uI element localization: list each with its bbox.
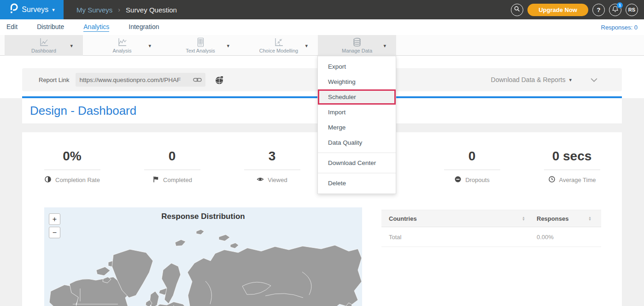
tab-manage-data[interactable]: Manage Data ▾ — [318, 35, 396, 56]
globe-lock-icon[interactable] — [215, 75, 224, 85]
tab-dashboard[interactable]: Dashboard ▾ — [5, 35, 83, 56]
world-map[interactable] — [44, 226, 362, 306]
stat-label: Dropouts — [465, 177, 490, 183]
tab-text-analysis[interactable]: Text Analysis ▾ — [161, 35, 240, 56]
nav-item-edit[interactable]: Edit — [6, 23, 18, 31]
eye-icon — [257, 176, 264, 184]
tab-label: Dashboard — [31, 48, 56, 53]
menu-item-export[interactable]: Export — [318, 59, 396, 74]
countries-table: Countries ▲▼ Responses ▲▼ Total 0.00% — [381, 210, 601, 247]
brand-label: Surveys — [22, 6, 48, 14]
download-data-reports-dropdown[interactable]: Download Data & Reports — [491, 76, 566, 83]
questionpro-logo-icon — [9, 3, 18, 16]
minus-circle-icon — [454, 176, 462, 184]
tab-choice-modelling[interactable]: Choice Modelling ▾ — [240, 35, 318, 56]
text-document-icon — [195, 37, 205, 47]
column-header-countries[interactable]: Countries — [381, 215, 522, 222]
analysis-chart-icon — [117, 37, 127, 47]
top-navbar: Surveys ▾ My Surveys › Survey Question U… — [0, 0, 644, 19]
menu-divider — [318, 173, 396, 173]
stat-completion-rate: 0% Completion Rate — [22, 149, 122, 184]
report-url-field[interactable]: https://www.questionpro.com/t/PHAF — [76, 73, 205, 87]
database-icon — [352, 37, 362, 47]
sort-icon[interactable]: ▲▼ — [588, 216, 591, 221]
breadcrumb: My Surveys › Survey Question — [76, 6, 177, 14]
menu-divider — [318, 153, 396, 153]
section-nav: Edit Distribute Analytics Integration Re… — [0, 19, 644, 35]
chevron-down-icon[interactable]: ▾ — [148, 42, 151, 48]
response-distribution-map: Response Distribution — [44, 207, 362, 306]
stat-label: Viewed — [268, 177, 287, 183]
nav-item-analytics[interactable]: Analytics — [83, 23, 109, 32]
stat-average-time: 0 secs Average Time — [522, 149, 622, 184]
flag-icon — [152, 176, 159, 184]
avatar[interactable]: RS — [626, 4, 638, 16]
chevron-down-icon[interactable]: ▾ — [305, 42, 308, 48]
navbar-actions: Upgrade Now ? 1 RS — [511, 4, 644, 16]
notification-badge: 1 — [617, 2, 623, 8]
stat-dropouts: 0 Dropouts — [422, 149, 522, 184]
avatar-initials: RS — [628, 7, 635, 12]
zoom-in-button[interactable]: + — [49, 213, 60, 225]
surveys-menu-button[interactable]: Surveys ▾ — [0, 0, 64, 19]
zoom-out-button[interactable]: − — [49, 227, 60, 238]
chevron-down-icon[interactable]: ▾ — [383, 42, 386, 48]
table-row: Total 0.00% — [381, 227, 601, 247]
row-responses: 0.00% — [537, 234, 588, 241]
sort-icon[interactable]: ▲▼ — [522, 216, 537, 221]
chevron-down-icon[interactable]: ▾ — [227, 42, 229, 48]
stat-value: 0 — [422, 149, 522, 164]
responses-count: Responses: 0 — [601, 24, 638, 31]
contrast-icon — [44, 176, 52, 184]
search-icon — [514, 6, 521, 14]
map-zoom-controls: + − — [49, 213, 60, 238]
clock-icon — [548, 176, 556, 184]
tab-label: Manage Data — [342, 48, 372, 53]
stat-label: Average Time — [559, 177, 596, 183]
notifications-button[interactable]: 1 — [609, 4, 621, 16]
search-button[interactable] — [511, 4, 523, 16]
tab-label: Choice Modelling — [259, 48, 298, 53]
nav-item-integration[interactable]: Integration — [129, 23, 159, 31]
column-header-responses[interactable]: Responses — [537, 215, 588, 222]
help-button[interactable]: ? — [592, 4, 605, 16]
question-mark-icon: ? — [597, 6, 601, 13]
menu-item-import[interactable]: Import — [318, 105, 396, 120]
menu-item-data-quality[interactable]: Data Quality — [318, 135, 396, 150]
line-chart-icon — [39, 37, 49, 47]
countries-table-header: Countries ▲▼ Responses ▲▼ — [381, 210, 601, 227]
menu-item-weighting[interactable]: Weighting — [318, 74, 396, 89]
stat-value: 0 — [122, 149, 222, 164]
chevron-down-icon: ▾ — [52, 7, 55, 13]
analytics-toolbar: Dashboard ▾ Analysis ▾ Text Analysis ▾ — [0, 35, 644, 56]
breadcrumb-current: Survey Question — [126, 6, 177, 14]
menu-item-scheduler[interactable]: Scheduler — [318, 89, 396, 105]
row-country: Total — [381, 234, 522, 241]
nav-item-distribute[interactable]: Distribute — [37, 23, 64, 31]
tab-label: Text Analysis — [186, 48, 215, 53]
scatter-chart-icon — [274, 37, 284, 47]
report-link-label: Report Link — [39, 76, 69, 83]
menu-item-delete[interactable]: Delete — [318, 176, 396, 191]
stat-label: Completion Rate — [55, 177, 100, 183]
breadcrumb-my-surveys[interactable]: My Surveys — [76, 6, 112, 14]
stat-label: Completed — [163, 177, 192, 183]
stat-value: 0 secs — [522, 149, 622, 164]
stat-value: 3 — [222, 149, 322, 164]
link-icon[interactable] — [193, 77, 202, 83]
manage-data-menu: Export Weighting Scheduler Import Merge … — [317, 56, 396, 194]
map-title: Response Distribution — [44, 212, 362, 221]
tab-label: Analysis — [113, 48, 132, 53]
report-url-value: https://www.questionpro.com/t/PHAF — [79, 76, 193, 83]
breadcrumb-separator: › — [118, 6, 120, 13]
stat-value: 0% — [22, 149, 122, 164]
chevron-down-icon[interactable]: ▾ — [569, 77, 572, 83]
chevron-down-icon[interactable]: ▾ — [70, 42, 73, 48]
menu-item-download-center[interactable]: Download Center — [318, 155, 396, 171]
tab-analysis[interactable]: Analysis ▾ — [83, 35, 161, 56]
report-bar-right: Download Data & Reports ▾ — [491, 76, 598, 83]
app-root: Surveys ▾ My Surveys › Survey Question U… — [0, 0, 644, 306]
upgrade-now-button[interactable]: Upgrade Now — [527, 4, 588, 16]
menu-item-merge[interactable]: Merge — [318, 120, 396, 135]
collapse-panel-chevron-icon[interactable] — [590, 77, 598, 82]
